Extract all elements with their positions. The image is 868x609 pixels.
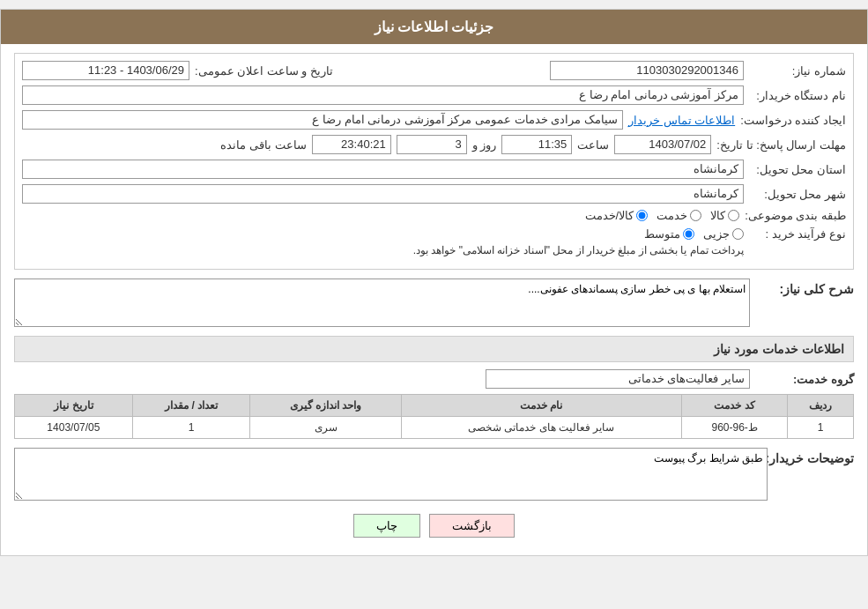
purchase-type-row: نوع فرآیند خرید : جزیی متوسط پرداخت تمام… — [22, 227, 846, 256]
creator-row: ایجاد کننده درخواست: اطلاعات تماس خریدار… — [22, 110, 846, 130]
services-table: ردیف کد خدمت نام خدمت واحد اندازه گیری ت… — [14, 394, 854, 439]
service-group-value: سایر فعالیت‌های خدماتی — [486, 369, 750, 389]
announce-date-label: تاریخ و ساعت اعلان عمومی: — [195, 64, 333, 78]
deadline-remaining-label: ساعت باقی مانده — [220, 138, 306, 152]
service-group-row: گروه خدمت: سایر فعالیت‌های خدماتی — [14, 369, 854, 389]
creator-value: سیامک مرادی خدمات عمومی مرکز آموزشی درما… — [22, 110, 623, 130]
cell-date: 1403/07/05 — [15, 417, 133, 439]
col-service-code: کد خدمت — [681, 395, 787, 417]
page-title: جزئیات اطلاعات نیاز — [375, 19, 494, 34]
city-label: شهر محل تحویل: — [749, 188, 846, 201]
back-button[interactable]: بازگشت — [429, 514, 515, 538]
services-table-header-row: ردیف کد خدمت نام خدمت واحد اندازه گیری ت… — [15, 395, 854, 417]
buyer-desc-row: توضیحات خریدار: — [14, 448, 854, 501]
main-info-section: شماره نیاز: 1103030292001346 تاریخ و ساع… — [14, 53, 854, 270]
category-kala-khedmat-item: کالا/خدمت — [585, 209, 649, 222]
purchase-type-moto-radio[interactable] — [683, 228, 694, 240]
buttons-row: بازگشت چاپ — [14, 514, 854, 538]
need-desc-textarea[interactable] — [14, 279, 750, 327]
category-row: طبقه بندی موضوعی: کالا خدمت کالا/خدمت — [22, 209, 846, 222]
cell-unit: سری — [250, 417, 401, 439]
buyer-desc-textarea[interactable] — [14, 448, 768, 501]
city-value: کرمانشاه — [22, 184, 744, 204]
category-radio-group: کالا خدمت کالا/خدمت — [585, 209, 740, 222]
category-kala-khedmat-radio[interactable] — [636, 210, 648, 221]
category-khedmat-label: خدمت — [657, 209, 687, 222]
province-label: استان محل تحویل: — [749, 163, 846, 176]
province-row: استان محل تحویل: کرمانشاه — [22, 160, 846, 179]
deadline-days: 3 — [397, 135, 467, 154]
need-number-row: شماره نیاز: 1103030292001346 تاریخ و ساع… — [22, 61, 846, 80]
service-group-label: گروه خدمت: — [757, 373, 854, 386]
category-kala-radio[interactable] — [728, 210, 739, 221]
table-row: 1 ط-96-960 سایر فعالیت های خدماتی شخصی س… — [15, 417, 854, 439]
purchase-type-jozii-item: جزیی — [703, 227, 744, 241]
page-header: جزئیات اطلاعات نیاز — [1, 10, 867, 44]
category-label: طبقه بندی موضوعی: — [745, 209, 846, 222]
print-button[interactable]: چاپ — [353, 514, 420, 538]
page-wrapper: جزئیات اطلاعات نیاز شماره نیاز: 11030302… — [0, 9, 868, 556]
purchase-type-moto-label: متوسط — [644, 227, 680, 241]
cell-quantity: 1 — [132, 417, 250, 439]
org-name-label: نام دستگاه خریدار: — [749, 89, 846, 102]
category-kala-khedmat-label: کالا/خدمت — [585, 209, 634, 222]
deadline-remaining: 23:40:21 — [312, 135, 391, 154]
services-section: اطلاعات خدمات مورد نیاز گروه خدمت: سایر … — [14, 336, 854, 439]
purchase-type-label: نوع فرآیند خرید : — [749, 227, 846, 241]
cell-service-code: ط-96-960 — [681, 417, 787, 439]
services-section-title: اطلاعات خدمات مورد نیاز — [14, 336, 854, 362]
purchase-note: پرداخت تمام یا بخشی از مبلغ خریدار از مح… — [22, 244, 744, 256]
col-row-num: ردیف — [788, 395, 854, 417]
buyer-desc-label: توضیحات خریدار: — [775, 448, 854, 465]
city-row: شهر محل تحویل: کرمانشاه — [22, 184, 846, 204]
creator-label: ایجاد کننده درخواست: — [740, 114, 846, 127]
purchase-type-jozii-label: جزیی — [703, 227, 730, 241]
org-name-row: نام دستگاه خریدار: مرکز آموزشی درمانی ام… — [22, 85, 846, 105]
province-value: کرمانشاه — [22, 160, 744, 179]
page-content: شماره نیاز: 1103030292001346 تاریخ و ساع… — [1, 44, 867, 555]
category-khedmat-radio[interactable] — [690, 210, 701, 221]
col-service-name: نام خدمت — [401, 395, 681, 417]
col-quantity: تعداد / مقدار — [132, 395, 250, 417]
deadline-time-label: ساعت — [577, 138, 609, 152]
services-table-head: ردیف کد خدمت نام خدمت واحد اندازه گیری ت… — [15, 395, 854, 417]
cell-row-num: 1 — [788, 417, 854, 439]
purchase-type-jozii-radio[interactable] — [732, 228, 744, 240]
deadline-label: مهلت ارسال پاسخ: تا تاریخ: — [716, 138, 846, 152]
category-khedmat-item: خدمت — [657, 209, 701, 222]
category-kala-item: کالا — [710, 209, 739, 222]
purchase-type-moto-item: متوسط — [644, 227, 694, 241]
deadline-date: 1403/07/02 — [614, 135, 711, 154]
cell-service-name: سایر فعالیت های خدماتی شخصی — [401, 417, 681, 439]
org-name-value: مرکز آموزشی درمانی امام رضا ع — [22, 85, 744, 105]
contact-link[interactable]: اطلاعات تماس خریدار — [628, 114, 735, 127]
services-table-body: 1 ط-96-960 سایر فعالیت های خدماتی شخصی س… — [15, 417, 854, 439]
need-number-label: شماره نیاز: — [749, 64, 846, 78]
need-desc-row: شرح کلی نیاز: — [14, 279, 854, 327]
deadline-time: 11:35 — [501, 135, 572, 154]
col-date: تاریخ نیاز — [15, 395, 133, 417]
col-unit: واحد اندازه گیری — [250, 395, 401, 417]
deadline-day-label: روز و — [472, 138, 497, 152]
announce-date-value: 1403/06/29 - 11:23 — [22, 61, 189, 80]
deadline-row: مهلت ارسال پاسخ: تا تاریخ: 1403/07/02 سا… — [22, 135, 846, 154]
need-desc-label: شرح کلی نیاز: — [757, 279, 854, 296]
category-kala-label: کالا — [710, 209, 725, 222]
need-number-value: 1103030292001346 — [550, 61, 744, 80]
purchase-type-radio-group: جزیی متوسط — [22, 227, 744, 241]
